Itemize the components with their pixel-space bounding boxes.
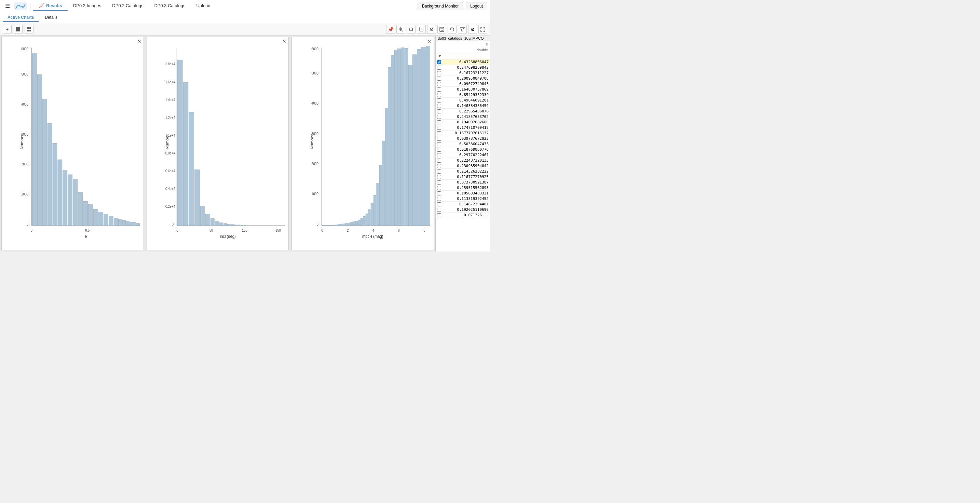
row-checkbox[interactable]: [437, 169, 441, 174]
data-row[interactable]: 0.194097682600: [436, 119, 490, 125]
row-checkbox[interactable]: [437, 93, 441, 97]
svg-rect-107: [327, 225, 330, 226]
subtab-details[interactable]: Details: [40, 14, 62, 22]
row-checkbox[interactable]: [437, 60, 441, 64]
row-checkbox[interactable]: [437, 104, 441, 108]
pin-button[interactable]: 📌: [386, 25, 395, 34]
svg-rect-111: [337, 224, 340, 226]
data-row[interactable]: 0.241857633762: [436, 114, 490, 119]
svg-rect-52: [118, 220, 122, 226]
row-checkbox[interactable]: [437, 131, 441, 135]
data-row[interactable]: 0.071326...: [436, 213, 490, 218]
filter-button[interactable]: [458, 25, 467, 34]
row-checkbox[interactable]: [437, 148, 441, 152]
row-checkbox[interactable]: [437, 191, 441, 196]
data-row[interactable]: 0.14872394481: [436, 202, 490, 207]
row-checkbox[interactable]: [437, 159, 441, 162]
data-row[interactable]: 0.105683403321: [436, 191, 490, 196]
data-row[interactable]: 0.039787672823: [436, 136, 490, 142]
row-checkbox[interactable]: [437, 76, 441, 81]
chart1-x-label: e: [85, 234, 87, 239]
data-row[interactable]: 0.164830757869: [436, 87, 490, 92]
close-chart-incl-button[interactable]: ✕: [282, 38, 286, 44]
svg-text:1000: 1000: [21, 193, 29, 196]
svg-rect-3: [29, 27, 31, 29]
row-checkbox[interactable]: [437, 202, 441, 206]
tab-upload[interactable]: Upload: [191, 1, 216, 11]
data-row[interactable]: 0.214326202222: [436, 169, 490, 174]
row-checkbox[interactable]: [437, 137, 441, 141]
subtab-active-charts[interactable]: Active Charts: [3, 14, 38, 22]
row-checkbox[interactable]: [437, 88, 441, 92]
row-checkbox[interactable]: [437, 180, 441, 185]
data-row[interactable]: 0.116777270925: [436, 174, 490, 180]
row-checkbox[interactable]: [437, 186, 441, 190]
data-row[interactable]: 0.247098289842: [436, 65, 490, 70]
svg-rect-85: [227, 224, 230, 226]
data-row[interactable]: 0.192025110690: [436, 207, 490, 213]
logout-button[interactable]: Logout: [466, 2, 487, 10]
svg-text:0.4e+4: 0.4e+4: [165, 186, 175, 190]
data-row[interactable]: 0.018769860776: [436, 147, 490, 153]
data-row[interactable]: 0.22965436876: [436, 109, 490, 114]
data-row[interactable]: 0.073730921387: [436, 180, 490, 185]
svg-rect-130: [388, 68, 391, 226]
svg-text:8: 8: [424, 229, 425, 232]
single-view-button[interactable]: [14, 25, 22, 34]
close-chart-mpch-button[interactable]: ✕: [428, 38, 431, 44]
row-checkbox[interactable]: [437, 208, 441, 212]
background-monitor-button[interactable]: Background Monitor: [418, 2, 463, 10]
menu-button[interactable]: ☰: [3, 2, 12, 11]
tab-results[interactable]: 📈 Results: [33, 1, 68, 11]
svg-rect-109: [332, 225, 335, 226]
row-checkbox[interactable]: [437, 126, 441, 130]
data-row[interactable]: 0.1677797615132: [436, 131, 490, 136]
data-row[interactable]: 0.200950849708: [436, 76, 490, 81]
data-row[interactable]: 0.174710709418: [436, 125, 490, 131]
row-checkbox[interactable]: [437, 99, 441, 102]
data-row[interactable]: 0.50386047433: [436, 142, 490, 147]
data-row[interactable]: 0.29770222461: [436, 153, 490, 158]
row-checkbox[interactable]: [437, 153, 441, 157]
select-button[interactable]: [417, 25, 426, 34]
row-checkbox[interactable]: [437, 175, 441, 179]
chart-e-wrap: Number 0 1000 2000 3000 4000 5000 6000 0…: [2, 37, 143, 250]
row-checkbox[interactable]: [437, 109, 441, 113]
row-checkbox[interactable]: [437, 197, 441, 201]
svg-rect-20: [441, 30, 443, 31]
row-checkbox[interactable]: [437, 115, 441, 119]
data-row[interactable]: 0.259515562893: [436, 185, 490, 191]
row-checkbox[interactable]: [437, 164, 441, 168]
data-row[interactable]: 0.230985904842: [436, 163, 490, 169]
data-row[interactable]: 0.16723211227: [436, 70, 490, 76]
add-chart-button[interactable]: ＋: [3, 25, 12, 34]
row-checkbox[interactable]: [437, 120, 441, 124]
row-checkbox[interactable]: [437, 82, 441, 86]
data-row[interactable]: 0.09072749843: [436, 81, 490, 87]
pan-button[interactable]: [407, 25, 415, 34]
zoom-in-button[interactable]: [396, 25, 405, 34]
tab-dp02-images[interactable]: DP0.2 Images: [68, 1, 107, 11]
data-row[interactable]: 0.49846091281: [436, 98, 490, 103]
reset-button[interactable]: [448, 25, 457, 34]
row-checkbox[interactable]: [437, 142, 441, 146]
data-row[interactable]: 0.146384356459: [436, 103, 490, 109]
data-row[interactable]: 0.222487320133: [436, 158, 490, 163]
data-row[interactable]: 0.85429352339: [436, 92, 490, 98]
chart-mpch-wrap: Number 0 1000 2000 3000 4000 5000 6000 0…: [292, 37, 434, 250]
expand-button[interactable]: [478, 25, 487, 34]
tab-dp03-catalogs[interactable]: DP0.3 Catalogs: [149, 1, 191, 11]
save-button[interactable]: [438, 25, 446, 34]
zoom-fit-button[interactable]: [427, 25, 436, 34]
data-row[interactable]: 0.43268806047: [436, 59, 490, 65]
row-checkbox[interactable]: [437, 71, 441, 75]
row-checkbox[interactable]: [437, 213, 441, 217]
tab-dp02-catalogs[interactable]: DP0.2 Catalogs: [107, 1, 149, 11]
settings-button[interactable]: ⚙: [468, 25, 477, 34]
svg-rect-78: [194, 170, 200, 226]
close-chart-e-button[interactable]: ✕: [137, 38, 142, 44]
right-panel-data-rows[interactable]: 0.432688060470.2470982898420.16723211227…: [436, 59, 490, 252]
data-row[interactable]: 0.113319392452: [436, 196, 490, 202]
multi-view-button[interactable]: [25, 25, 33, 34]
row-checkbox[interactable]: [437, 65, 441, 70]
